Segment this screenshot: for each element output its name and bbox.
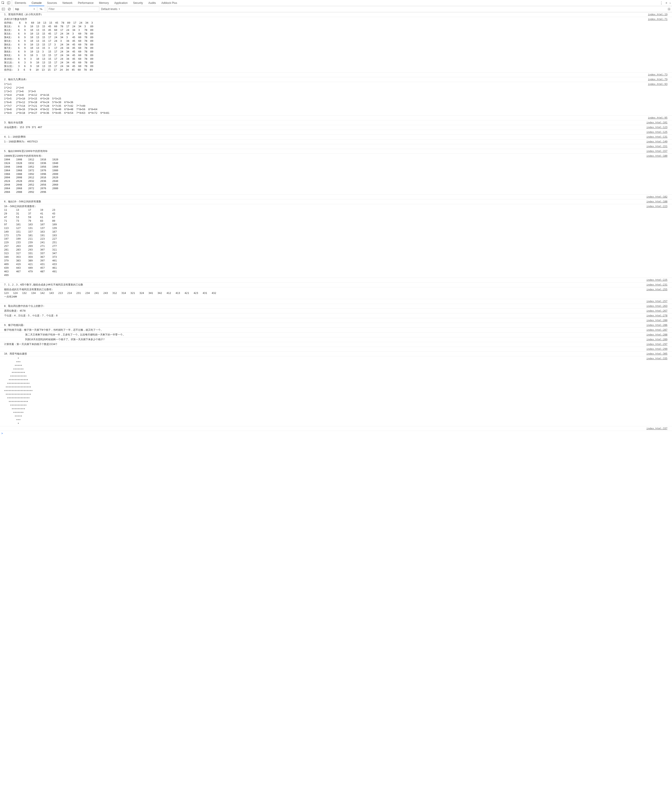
console-message [4, 347, 644, 351]
source-link[interactable]: index.html:257 [646, 299, 667, 303]
tab-memory[interactable]: Memory [96, 0, 111, 6]
console-row: 9、猴子吃桃问题:index.html:286 [0, 323, 672, 328]
filter-input[interactable] [47, 6, 99, 11]
source-link[interactable]: index.html:288 [646, 333, 667, 336]
console-message: 4、1--10的阶乘和 [4, 135, 644, 139]
live-expression-icon[interactable] [39, 7, 43, 11]
console-log-area[interactable]: 1、冒泡排序调优（从小到大排序）index.html:19共有13个数参与排序 … [0, 12, 672, 431]
console-message: 2、输出九九乘法表: [4, 78, 645, 81]
source-link[interactable]: index.html:151 [646, 145, 667, 148]
console-row: index.html:337 [0, 426, 672, 431]
source-link[interactable]: index.html:337 [646, 427, 667, 430]
device-toggle-icon[interactable] [7, 1, 10, 5]
svg-line-16 [668, 10, 668, 10]
console-message: 1*1=1 1*2=2 2*2=4 1*3=3 2*3=6 3*3=9 1*4=… [4, 82, 645, 115]
tab-network[interactable]: Network [60, 0, 75, 6]
tab-console[interactable]: Console [29, 0, 44, 6]
console-message: 9、猴子吃桃问题: [4, 323, 644, 327]
source-link[interactable]: index.html:131 [646, 135, 667, 139]
source-link[interactable]: index.html:280 [646, 319, 667, 322]
dropdown-triangle-icon: ▼ [118, 8, 120, 10]
source-link[interactable]: index.html:157 [646, 149, 667, 153]
console-row: 猴子吃桃子问题：猴子第一天摘下N个桃子，当时就吃了一半，还不过瘾，就又吃了一个。… [0, 328, 672, 333]
console-message: 水仙花数有: 153 370 371 407 [4, 126, 644, 129]
source-link[interactable]: index.html:101 [646, 121, 667, 125]
svg-line-6 [8, 8, 10, 10]
source-link[interactable]: index.html:335 [646, 357, 667, 361]
source-link[interactable]: index.html:188 [646, 200, 667, 204]
tab-performance[interactable]: Performance [75, 0, 96, 6]
source-link[interactable]: index.html:19 [648, 13, 667, 16]
console-row: 1、冒泡排序调优（从小到大排序）index.html:19 [0, 12, 672, 17]
tab-sources[interactable]: Sources [44, 0, 60, 6]
source-link[interactable]: index.html:125 [646, 130, 667, 134]
console-row: 原四位数是: 4578index.html:267 [0, 309, 672, 314]
tab-adblock-plus[interactable]: Adblock Plus [159, 0, 180, 6]
console-row: 水仙花数有: 153 370 371 407 index.html:123 [0, 125, 672, 130]
clear-console-icon[interactable] [7, 7, 11, 11]
console-row: 8、取出四位数中的各个位上的数字:index.html:263 [0, 304, 672, 309]
console-message [4, 130, 644, 134]
source-link[interactable]: index.html:73 [648, 73, 667, 76]
context-selector[interactable]: top ▼ [15, 8, 35, 11]
source-link[interactable]: index.html:299 [646, 347, 667, 351]
tab-audits[interactable]: Audits [145, 0, 158, 6]
inspect-element-icon[interactable] [2, 1, 5, 5]
console-row: 1900年至2100年中的所有闰年有: 1904 1908 1912 1916 … [0, 154, 672, 195]
console-message: 共有13个数参与排序 排序前: 6 9 60 10 13 15 45 78 89… [4, 18, 645, 72]
source-link[interactable]: index.html:225 [646, 278, 667, 282]
source-link[interactable]: index.html:305 [646, 352, 667, 356]
dropdown-triangle-icon: ▼ [33, 8, 35, 10]
close-x-icon[interactable]: × [666, 1, 667, 5]
source-link[interactable]: index.html:71 [648, 18, 667, 21]
source-link[interactable]: index.html:182 [646, 195, 667, 199]
svg-line-14 [670, 10, 670, 10]
console-message: 千位是：4，百位是：5，十位是：7，个位是：8 [4, 314, 644, 317]
source-link[interactable]: index.html:231 [646, 283, 667, 287]
tab-elements[interactable]: Elements [12, 0, 29, 6]
source-link[interactable]: index.html:289 [646, 338, 667, 341]
console-toolbar: top ▼ Default levels ▼ [0, 6, 672, 12]
source-link[interactable]: index.html:149 [646, 140, 667, 144]
chevron-right-icon[interactable]: › [669, 1, 670, 5]
source-link[interactable]: index.html:287 [646, 328, 667, 332]
panel-tabs: ElementsConsoleSourcesNetworkPerformance… [12, 0, 180, 6]
more-options-icon[interactable]: ⋮ [659, 1, 663, 5]
console-message: 第二天又将剩下的桃子吃掉一半，又多吃了一个。以后每天都吃前一天剩下的一半零一个。 [4, 333, 644, 336]
tab-security[interactable]: Security [130, 0, 145, 6]
console-message [4, 299, 644, 303]
source-link[interactable]: index.html:93 [648, 82, 667, 86]
source-link[interactable]: index.html:180 [646, 154, 667, 158]
source-link[interactable]: index.html:95 [648, 116, 667, 120]
console-message [4, 278, 644, 282]
console-row: 10、用星号输出菱形index.html:305 [0, 352, 672, 356]
console-message [4, 427, 644, 430]
source-link[interactable]: index.html:297 [646, 343, 667, 346]
source-link[interactable]: index.html:286 [646, 323, 667, 327]
source-link[interactable]: index.html:255 [646, 288, 667, 291]
log-levels-selector[interactable]: Default levels ▼ [101, 8, 120, 11]
tab-application[interactable]: Application [111, 0, 130, 6]
source-link[interactable]: index.html:263 [646, 304, 667, 308]
console-message: 6、输出10--500之间的所有素数 [4, 200, 644, 204]
source-link[interactable]: index.html:278 [646, 314, 667, 317]
source-link[interactable]: index.html:123 [646, 126, 667, 129]
console-prompt[interactable]: > [0, 431, 672, 436]
console-row: 1--10的阶乘和为: 4037913index.html:149 [0, 139, 672, 144]
console-row: index.html:73 [0, 73, 672, 77]
inspect-tools [0, 0, 12, 6]
console-message: 原四位数是: 4578 [4, 309, 644, 313]
source-link[interactable]: index.html:267 [646, 309, 667, 313]
console-row: index.html:257 [0, 299, 672, 304]
console-row: index.html:151 [0, 144, 672, 149]
log-levels-label: Default levels [101, 8, 118, 11]
console-row: index.html:125 [0, 130, 672, 135]
console-row: 4、1--10的阶乘和index.html:131 [0, 135, 672, 139]
toggle-sidebar-icon[interactable] [2, 7, 5, 11]
console-settings-icon[interactable] [667, 7, 671, 11]
console-message [4, 195, 644, 199]
source-link[interactable]: index.html:223 [646, 205, 667, 208]
console-message: 到第10天在想吃的时候就剩一个桃子了。求第一天共摘下来多少个桃子? [4, 338, 644, 341]
console-message: 7、1，2，3，4四个数字,能组合成多少种互不相同且没有重复的三位数 [4, 283, 644, 287]
source-link[interactable]: index.html:79 [648, 78, 667, 81]
